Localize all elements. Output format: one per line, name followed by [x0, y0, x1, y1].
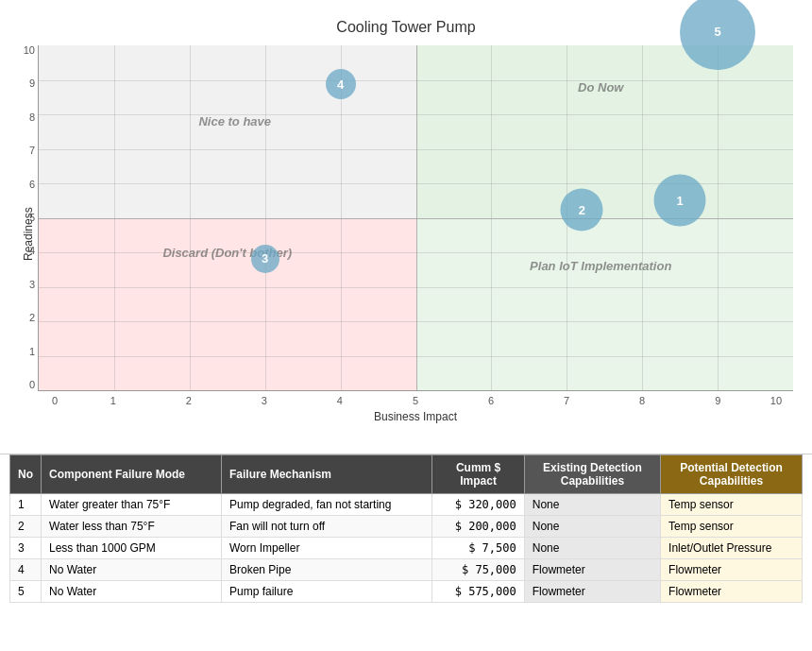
cell-potential: Flowmeter	[661, 581, 803, 603]
x-tick-4: 4	[306, 395, 375, 406]
table-row: 5No WaterPump failure$ 575,000FlowmeterF…	[10, 581, 803, 603]
cell-potential: Flowmeter	[661, 559, 803, 581]
x-tick-10: 10	[759, 395, 793, 406]
bubble-2: 2	[561, 189, 603, 231]
x-tick-0: 0	[38, 395, 72, 406]
cell-mechanism: Pump degraded, fan not starting	[221, 494, 432, 516]
y-tick-4: 4	[12, 246, 35, 256]
col-header-mode: Component Failure Mode	[42, 455, 222, 494]
x-tick-2: 2	[154, 395, 223, 406]
y-tick-3: 3	[12, 280, 35, 290]
cell-mode: No Water	[42, 559, 222, 581]
cell-mechanism: Pump failure	[221, 581, 432, 603]
cell-impact: $ 7,500	[432, 538, 524, 559]
col-header-potential: Potential DetectionCapabilities	[661, 455, 803, 494]
col-header-impact: Cumm $Impact	[432, 455, 524, 494]
table-row: 1Water greater than 75°FPump degraded, f…	[10, 494, 803, 516]
chart-title: Cooling Tower Pump	[19, 19, 793, 36]
y-tick-1: 1	[12, 347, 35, 357]
y-tick-7: 7	[12, 146, 35, 156]
cell-impact: $ 575,000	[432, 581, 524, 603]
table-row: 4No WaterBroken Pipe$ 75,000FlowmeterFlo…	[10, 559, 803, 581]
cell-mode: Water less than 75°F	[42, 516, 222, 538]
x-tick-9: 9	[684, 395, 753, 406]
y-tick-0: 0	[12, 380, 35, 390]
data-table: No Component Failure Mode Failure Mechan…	[9, 454, 803, 603]
y-tick-2: 2	[12, 313, 35, 323]
x-tick-6: 6	[457, 395, 526, 406]
y-tick-9: 9	[12, 78, 35, 89]
table-row: 3Less than 1000 GPMWorn Impeller$ 7,500N…	[10, 538, 803, 559]
cell-impact: $ 200,000	[432, 516, 524, 538]
cell-potential: Temp sensor	[661, 494, 803, 516]
cell-no: 5	[10, 581, 42, 603]
chart-area: Readiness Nice to have Do Now Discard (D…	[19, 45, 793, 423]
cell-no: 4	[10, 559, 42, 581]
table-body: 1Water greater than 75°FPump degraded, f…	[10, 494, 803, 603]
cell-impact: $ 320,000	[432, 494, 524, 516]
y-tick-5: 5	[12, 213, 35, 223]
chart-container: Cooling Tower Pump Readiness Nice to hav…	[0, 0, 812, 454]
cell-mechanism: Broken Pipe	[221, 559, 432, 581]
y-tick-8: 8	[12, 112, 35, 123]
x-axis-label: Business Impact	[38, 410, 793, 423]
x-tick-1: 1	[78, 395, 147, 406]
cell-potential: Inlet/Outlet Pressure	[661, 538, 803, 559]
x-tick-5: 5	[381, 395, 450, 406]
cell-existing: None	[524, 494, 660, 516]
x-tick-3: 3	[229, 395, 298, 406]
table-container: No Component Failure Mode Failure Mechan…	[0, 454, 812, 612]
chart-plot: Nice to have Do Now Discard (Don't bothe…	[38, 45, 793, 391]
cell-potential: Temp sensor	[661, 516, 803, 538]
cell-no: 2	[10, 516, 42, 538]
y-tick-10: 10	[12, 45, 35, 56]
cell-mechanism: Worn Impeller	[221, 538, 432, 559]
x-tick-8: 8	[608, 395, 677, 406]
cell-mode: No Water	[42, 581, 222, 603]
cell-mode: Water greater than 75°F	[42, 494, 222, 516]
cell-existing: Flowmeter	[524, 581, 660, 603]
cell-no: 1	[10, 494, 42, 516]
col-header-mechanism: Failure Mechanism	[221, 455, 432, 494]
x-tick-7: 7	[533, 395, 601, 406]
cell-no: 3	[10, 538, 42, 559]
cell-impact: $ 75,000	[432, 559, 524, 581]
cell-existing: None	[524, 538, 660, 559]
col-header-no: No	[10, 455, 42, 494]
bubble-1: 1	[654, 175, 706, 227]
cell-existing: None	[524, 516, 660, 538]
chart-inner: Nice to have Do Now Discard (Don't bothe…	[38, 45, 793, 423]
x-ticks: 012345678910	[38, 395, 793, 406]
cell-existing: Flowmeter	[524, 559, 660, 581]
y-ticks: 012345678910	[12, 45, 35, 390]
bubble-3: 3	[251, 245, 279, 273]
table-row: 2Water less than 75°FFan will not turn o…	[10, 516, 803, 538]
cell-mode: Less than 1000 GPM	[42, 538, 222, 559]
col-header-existing: Existing DetectionCapabilities	[524, 455, 660, 494]
cell-mechanism: Fan will not turn off	[221, 516, 432, 538]
y-tick-6: 6	[12, 180, 35, 190]
table-header-row: No Component Failure Mode Failure Mechan…	[10, 455, 803, 494]
bubble-4: 4	[326, 69, 356, 99]
